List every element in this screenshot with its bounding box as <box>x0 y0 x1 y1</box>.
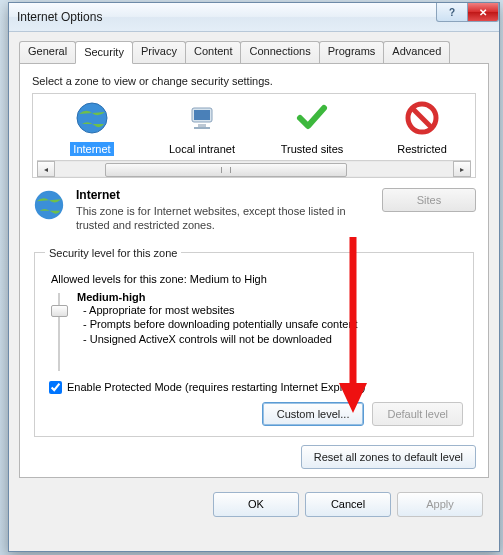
level-bullet: - Unsigned ActiveX controls will not be … <box>83 332 358 347</box>
zone-label: Restricted <box>394 142 450 156</box>
zone-item-internet[interactable]: Internet <box>37 100 147 156</box>
tab-advanced[interactable]: Advanced <box>383 41 450 63</box>
sites-button: Sites <box>382 188 476 212</box>
svg-rect-5 <box>194 127 210 129</box>
svg-point-8 <box>35 191 63 219</box>
restricted-icon <box>404 100 440 136</box>
level-description: Medium-high - Appropriate for most websi… <box>77 291 358 348</box>
zone-item-restricted-sites[interactable]: Restricted <box>367 100 471 156</box>
help-button[interactable]: ? <box>436 3 468 22</box>
protected-mode-label: Enable Protected Mode (requires restarti… <box>67 381 365 393</box>
zone-label: Local intranet <box>166 142 238 156</box>
zone-subtitle: This zone is for Internet websites, exce… <box>76 204 372 233</box>
client-area: General Security Privacy Content Connect… <box>9 32 499 525</box>
checkmark-icon <box>294 100 330 136</box>
security-level-legend: Security level for this zone <box>45 247 181 259</box>
svg-rect-4 <box>198 124 206 127</box>
cancel-button[interactable]: Cancel <box>305 492 391 517</box>
custom-level-button[interactable]: Custom level... <box>262 402 365 426</box>
scroll-thumb[interactable] <box>105 163 347 177</box>
svg-line-7 <box>412 108 432 128</box>
tab-content[interactable]: Content <box>185 41 242 63</box>
tabstrip: General Security Privacy Content Connect… <box>19 41 489 64</box>
security-level-group: Security level for this zone Allowed lev… <box>34 247 474 437</box>
zone-instruction: Select a zone to view or change security… <box>32 75 476 87</box>
level-bullet: - Prompts before downloading potentially… <box>83 317 358 332</box>
tab-privacy[interactable]: Privacy <box>132 41 186 63</box>
level-name: Medium-high <box>77 291 358 303</box>
default-level-button: Default level <box>372 402 463 426</box>
close-button[interactable]: ✕ <box>468 3 499 22</box>
tab-connections[interactable]: Connections <box>240 41 319 63</box>
level-bullet: - Appropriate for most websites <box>83 303 358 318</box>
tab-programs[interactable]: Programs <box>319 41 385 63</box>
scroll-track[interactable] <box>55 162 453 176</box>
computer-icon <box>184 100 220 136</box>
zone-list: Internet Local intranet <box>32 93 476 178</box>
scroll-left-arrow[interactable]: ◂ <box>37 161 55 177</box>
tab-security[interactable]: Security <box>75 41 133 64</box>
zone-item-trusted-sites[interactable]: Trusted sites <box>257 100 367 156</box>
zone-description: Internet This zone is for Internet websi… <box>32 188 476 233</box>
zone-label: Internet <box>70 142 113 156</box>
internet-options-dialog: Internet Options ? ✕ General Security Pr… <box>8 2 500 552</box>
allowed-levels-text: Allowed levels for this zone: Medium to … <box>51 273 463 285</box>
window-title: Internet Options <box>17 10 102 24</box>
protected-mode-checkbox[interactable] <box>49 381 62 394</box>
security-level-slider[interactable] <box>51 293 67 371</box>
tab-general[interactable]: General <box>19 41 76 63</box>
dialog-buttons: OK Cancel Apply <box>19 492 489 517</box>
apply-button: Apply <box>397 492 483 517</box>
horizontal-scrollbar[interactable]: ◂ ▸ <box>37 160 471 177</box>
security-panel: Select a zone to view or change security… <box>19 63 489 478</box>
titlebar[interactable]: Internet Options ? ✕ <box>9 3 499 32</box>
zone-label: Trusted sites <box>278 142 347 156</box>
globe-icon <box>32 188 66 222</box>
svg-rect-3 <box>194 110 210 120</box>
ok-button[interactable]: OK <box>213 492 299 517</box>
zone-item-local-intranet[interactable]: Local intranet <box>147 100 257 156</box>
scroll-right-arrow[interactable]: ▸ <box>453 161 471 177</box>
reset-zones-button[interactable]: Reset all zones to default level <box>301 445 476 469</box>
globe-icon <box>74 100 110 136</box>
zone-title: Internet <box>76 188 372 202</box>
